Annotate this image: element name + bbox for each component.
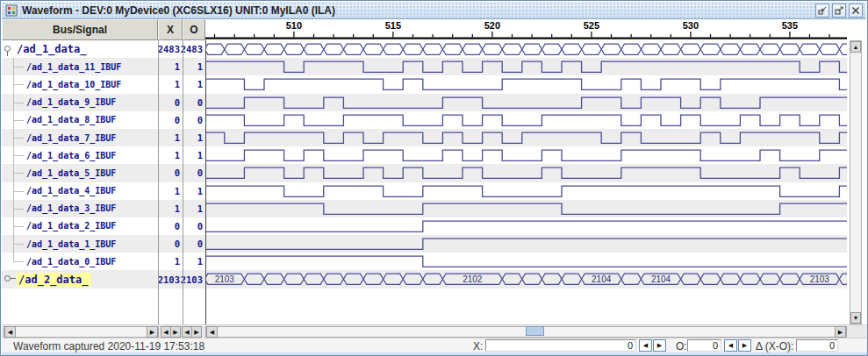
signal-row[interactable]: /ad_1_data_3_IBUF11 <box>2 200 847 217</box>
signal-row[interactable]: /ad_1_data_7_IBUF11 <box>2 129 847 146</box>
x-cursor-input[interactable]: 0 <box>485 339 636 352</box>
waveform-cell[interactable] <box>205 164 847 182</box>
o-value-cell: 1 <box>183 129 205 146</box>
signal-name-cell[interactable]: /ad_1_data_10_IBUF <box>2 75 158 93</box>
tree-branch-tick <box>13 261 24 262</box>
o-value-cell: 1 <box>183 200 205 217</box>
waveform-cell[interactable] <box>205 40 847 58</box>
signal-row[interactable]: /ad_1_data_11_IBUF11 <box>2 58 847 75</box>
o-value-cell: 0 <box>183 217 205 235</box>
signal-row[interactable]: /ad_1_data_0_IBUF11 <box>2 253 847 270</box>
signal-row[interactable]: /ad_2_data_2103210321032102210421042103 <box>2 270 847 288</box>
waveform-scroll-left-button[interactable]: ◀ <box>206 326 218 338</box>
signal-name[interactable]: /ad_1_data_2_IBUF <box>26 221 116 231</box>
bit-waveform <box>205 164 847 182</box>
signal-name[interactable]: /ad_1_data_3_IBUF <box>26 203 116 213</box>
bus-name[interactable]: /ad_2_data_ <box>17 273 91 287</box>
waveform-cell[interactable] <box>205 200 847 217</box>
signal-name-cell[interactable]: /ad_1_data_3_IBUF <box>2 200 158 217</box>
waveform-cell[interactable] <box>205 182 847 200</box>
tree-expand-icon[interactable] <box>4 275 17 284</box>
signal-name-cell[interactable]: /ad_2_data_ <box>2 270 158 288</box>
signal-name-cell[interactable]: /ad_1_data_8_IBUF <box>2 111 158 129</box>
bit-waveform <box>205 111 847 129</box>
o-cursor-input[interactable]: 0 <box>687 339 721 352</box>
x-column-scroll-right-button[interactable]: ▶ <box>170 326 181 338</box>
capture-status-text: Waveform captured 2020-11-19 17:53:18 <box>13 340 204 352</box>
waveform-cell[interactable] <box>205 146 847 164</box>
x-column-divider[interactable] <box>183 40 183 324</box>
svg-text:515: 515 <box>385 20 401 31</box>
x-cursor-increment-button[interactable]: ▶ <box>653 339 666 352</box>
signal-name[interactable]: /ad_1_data_11_IBUF <box>26 62 121 72</box>
signal-name-cell[interactable]: /ad_1_data_2_IBUF <box>2 217 158 235</box>
iconify-button[interactable] <box>815 4 829 18</box>
o-column-scroll-right-button[interactable]: ▶ <box>191 326 202 338</box>
signal-name-cell[interactable]: /ad_1_data_9_IBUF <box>2 94 158 111</box>
scroll-up-button[interactable]: ▲ <box>850 41 861 53</box>
signal-name[interactable]: /ad_1_data_6_IBUF <box>26 151 116 160</box>
signal-name[interactable]: /ad_1_data_8_IBUF <box>26 115 116 125</box>
o-cursor-increment-button[interactable]: ▶ <box>738 339 751 352</box>
delta-value-field: 0 <box>796 339 838 352</box>
waveform-cell[interactable] <box>205 235 847 253</box>
waveform-scrollbar-thumb[interactable] <box>526 326 544 336</box>
waveform-cell[interactable] <box>205 75 847 93</box>
signal-row[interactable]: /ad_1_data_5_IBUF00 <box>2 164 847 182</box>
x-value-cell: 1 <box>158 146 183 164</box>
signal-name[interactable]: /ad_1_data_7_IBUF <box>26 133 116 143</box>
signal-name[interactable]: /ad_1_data_0_IBUF <box>26 257 116 267</box>
signal-row[interactable]: /ad_1_data_2_IBUF00 <box>2 217 847 235</box>
signal-row[interactable]: /ad_1_data_1_IBUF00 <box>2 235 847 253</box>
signal-row[interactable]: /ad_1_data_8_IBUF00 <box>2 111 847 129</box>
signal-row[interactable]: /ad_1_data_4_IBUF11 <box>2 182 847 200</box>
x-cursor-decrement-button[interactable]: ◀ <box>639 339 652 352</box>
bus-signal-column-header: Bus/Signal <box>2 19 158 40</box>
svg-text:2103: 2103 <box>215 274 235 284</box>
name-scrollbar-track[interactable] <box>4 326 159 338</box>
signal-name-cell[interactable]: /ad_1_data_6_IBUF <box>2 146 158 164</box>
signal-name[interactable]: /ad_1_data_9_IBUF <box>26 97 116 107</box>
signal-name-cell[interactable]: /ad_1_data_1_IBUF <box>2 235 158 253</box>
waveform-cell[interactable] <box>205 111 847 129</box>
signal-name-cell[interactable]: /ad_1_data_ <box>2 40 158 58</box>
waveform-cell[interactable] <box>205 58 847 75</box>
bus-name[interactable]: /ad_1_data_ <box>17 43 86 55</box>
titlebar[interactable]: Waveform - DEV:0 MyDevice0 (XC6SLX16) UN… <box>2 2 866 19</box>
vertical-scrollbar[interactable]: ▲ ▼ <box>850 40 862 324</box>
tree-collapse-icon[interactable] <box>4 46 17 54</box>
waveform-cell[interactable] <box>205 217 847 235</box>
signal-name[interactable]: /ad_1_data_10_IBUF <box>26 80 121 89</box>
name-column-divider[interactable] <box>158 40 159 324</box>
signal-name[interactable]: /ad_1_data_5_IBUF <box>26 168 116 178</box>
waveform-cell[interactable]: 21032102210421042103 <box>205 270 847 288</box>
name-scroll-left-button[interactable]: ◀ <box>4 326 16 338</box>
scroll-down-button[interactable]: ▼ <box>850 312 861 324</box>
svg-text:535: 535 <box>782 20 798 31</box>
signal-row[interactable]: /ad_1_data_10_IBUF11 <box>2 75 847 93</box>
signal-row[interactable]: /ad_1_data_6_IBUF11 <box>2 146 847 164</box>
signal-row[interactable]: /ad_1_data_24832483 <box>2 40 847 58</box>
waveform-cell[interactable] <box>205 94 847 111</box>
waveform-scroll-right-button[interactable]: ▶ <box>835 326 846 338</box>
close-button[interactable] <box>849 4 863 18</box>
signal-name[interactable]: /ad_1_data_1_IBUF <box>26 239 116 249</box>
o-cursor-decrement-button[interactable]: ◀ <box>724 339 737 352</box>
signal-row[interactable]: /ad_1_data_9_IBUF00 <box>2 94 847 111</box>
waveform-cell[interactable] <box>205 129 847 146</box>
name-scroll-right-button[interactable]: ▶ <box>147 326 158 338</box>
maximize-button[interactable] <box>832 4 846 18</box>
signal-name-cell[interactable]: /ad_1_data_0_IBUF <box>2 253 158 270</box>
time-ruler[interactable]: 510515520525530535 <box>205 19 847 40</box>
svg-text:2104: 2104 <box>651 274 671 284</box>
signal-name-cell[interactable]: /ad_1_data_7_IBUF <box>2 129 158 146</box>
signal-name-cell[interactable]: /ad_1_data_4_IBUF <box>2 182 158 200</box>
signal-name[interactable]: /ad_1_data_4_IBUF <box>26 186 116 196</box>
o-value-cell: 1 <box>183 58 205 75</box>
o-column-header: O <box>183 19 205 40</box>
waveform-cell[interactable] <box>205 253 847 270</box>
signal-name-cell[interactable]: /ad_1_data_5_IBUF <box>2 164 158 182</box>
signal-name-cell[interactable]: /ad_1_data_11_IBUF <box>2 58 158 75</box>
bus-waveform: 21032102210421042103 <box>205 270 847 288</box>
bit-waveform <box>205 182 847 200</box>
